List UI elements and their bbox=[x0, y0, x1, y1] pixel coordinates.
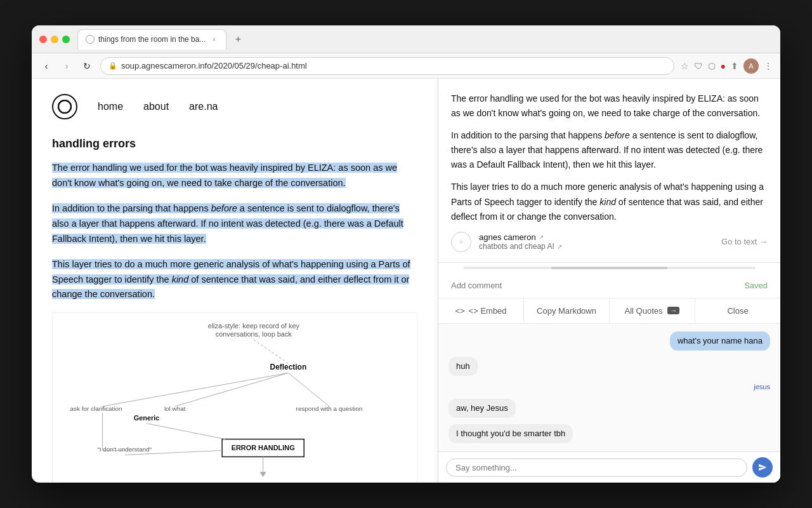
close-button[interactable]: Close bbox=[695, 298, 780, 323]
star-icon[interactable]: ☆ bbox=[681, 61, 689, 71]
scroll-indicator bbox=[464, 267, 755, 269]
arrow-icon: → bbox=[667, 307, 679, 314]
action-bar: <> <> Embed Copy Markdown All Quotes → C… bbox=[438, 298, 780, 324]
send-icon bbox=[758, 463, 767, 472]
browser-actions: ☆ 🛡 ⬡ ● ⬆ A ⋮ bbox=[681, 58, 773, 74]
author-row: ○ agnes cameron ↗ chatbots and cheap AI … bbox=[451, 232, 768, 252]
copy-markdown-button[interactable]: Copy Markdown bbox=[524, 298, 610, 323]
site-logo[interactable] bbox=[52, 94, 77, 119]
chat-message-3: jesus bbox=[449, 382, 770, 392]
svg-line-2 bbox=[254, 340, 289, 364]
chat-bubble-2: huh bbox=[449, 357, 478, 376]
goto-text-button[interactable]: Go to text → bbox=[721, 237, 768, 246]
close-window-button[interactable] bbox=[39, 36, 47, 43]
main-content: home about are.na handling errors The er… bbox=[32, 79, 780, 483]
scroll-thumb bbox=[551, 267, 668, 269]
nav-about[interactable]: about bbox=[143, 101, 169, 112]
minimize-window-button[interactable] bbox=[51, 36, 58, 43]
tab-close-button[interactable]: × bbox=[209, 35, 218, 44]
chat-input[interactable] bbox=[446, 458, 747, 477]
article-paragraph-1: The error handling we used for the bot w… bbox=[52, 161, 417, 191]
external-link-icon-2[interactable]: ↗ bbox=[557, 243, 562, 250]
new-tab-button[interactable]: + bbox=[229, 30, 247, 48]
error-handling-label: ERROR HANDLING bbox=[232, 444, 295, 452]
chat-message-1: what's your name hana bbox=[449, 331, 770, 351]
nav-home[interactable]: home bbox=[98, 101, 123, 112]
chat-send-button[interactable] bbox=[752, 457, 773, 478]
highlighted-text-2: In addition to the parsing that happens … bbox=[52, 203, 403, 244]
quote-paragraph-3: This layer tries to do a much more gener… bbox=[451, 180, 768, 224]
chat-area[interactable]: what's your name hana huh jesus aw, hey … bbox=[438, 324, 780, 451]
diagram-note: eliza-style: keep record of key bbox=[208, 322, 300, 330]
external-link-icon[interactable]: ↗ bbox=[539, 234, 544, 241]
svg-point-0 bbox=[58, 100, 71, 113]
chat-bubble-5: I thought you'd be smarter tbh bbox=[449, 424, 573, 443]
highlighted-text-3: This layer tries to do a much more gener… bbox=[52, 259, 410, 300]
generic-label: Generic bbox=[134, 414, 160, 422]
all-quotes-button[interactable]: All Quotes → bbox=[610, 298, 695, 323]
tab-favicon bbox=[86, 35, 95, 44]
address-bar: ‹ › ↻ 🔒 soup.agnescameron.info/2020/05/2… bbox=[32, 53, 780, 79]
titlebar: things from the room in the ba... × + bbox=[32, 25, 780, 53]
svg-line-3 bbox=[103, 373, 289, 407]
lock-icon: 🔒 bbox=[108, 62, 117, 70]
user-avatar[interactable]: A bbox=[743, 58, 759, 74]
chat-message-5: I thought you'd be smarter tbh bbox=[449, 424, 770, 443]
svg-text:conversations, loop back: conversations, loop back bbox=[216, 330, 292, 338]
svg-line-5 bbox=[288, 373, 329, 407]
vpn-icon[interactable]: ● bbox=[721, 61, 726, 71]
chat-bubble-4: aw, hey Jesus bbox=[449, 399, 516, 418]
article-area: home about are.na handling errors The er… bbox=[32, 79, 438, 483]
author-name: agnes cameron ↗ bbox=[479, 232, 714, 242]
tab-title: things from the room in the ba... bbox=[98, 35, 206, 44]
maximize-window-button[interactable] bbox=[62, 36, 70, 43]
section-heading: handling errors bbox=[52, 137, 417, 150]
saved-status: Saved bbox=[744, 281, 768, 290]
chat-bubble-1: what's your name hana bbox=[670, 331, 770, 351]
svg-line-6 bbox=[147, 424, 225, 439]
comment-area: Saved bbox=[438, 273, 780, 298]
chat-message-4: aw, hey Jesus bbox=[449, 399, 770, 418]
menu-icon[interactable]: ⋮ bbox=[764, 61, 773, 71]
svg-marker-9 bbox=[260, 472, 266, 478]
site-navigation: home about are.na bbox=[52, 94, 417, 119]
author-avatar: ○ bbox=[451, 232, 471, 252]
scroll-indicator-container bbox=[438, 263, 780, 273]
share-icon[interactable]: ⬆ bbox=[731, 61, 738, 71]
chat-message-2: huh bbox=[449, 357, 770, 376]
article-paragraph-2: In addition to the parsing that happens … bbox=[52, 201, 417, 247]
shield-icon[interactable]: 🛡 bbox=[694, 61, 703, 71]
comment-input[interactable] bbox=[451, 281, 744, 290]
nav-arena[interactable]: are.na bbox=[189, 101, 218, 112]
i-dont-understand-label: "I don't understand" bbox=[97, 446, 152, 453]
url-bar[interactable]: 🔒 soup.agnescameron.info/2020/05/29/chea… bbox=[100, 57, 674, 75]
right-panel: The error handling we used for the bot w… bbox=[438, 79, 780, 483]
url-text: soup.agnescameron.info/2020/05/29/cheap-… bbox=[121, 61, 307, 70]
highlighted-text-1: The error handling we used for the bot w… bbox=[52, 163, 397, 188]
forward-button[interactable]: › bbox=[60, 59, 74, 73]
tab-bar: things from the room in the ba... × + bbox=[77, 29, 773, 50]
article-paragraph-3: This layer tries to do a much more gener… bbox=[52, 257, 417, 303]
quote-paragraph-2: In addition to the parsing that happens … bbox=[451, 128, 768, 172]
back-button[interactable]: ‹ bbox=[39, 59, 53, 73]
chat-username-jesus: jesus bbox=[449, 382, 770, 392]
author-info: agnes cameron ↗ chatbots and cheap AI ↗ bbox=[479, 232, 714, 251]
active-tab[interactable]: things from the room in the ba... × bbox=[77, 29, 226, 50]
chat-input-area bbox=[438, 451, 780, 483]
embed-button[interactable]: <> <> Embed bbox=[438, 298, 524, 323]
svg-line-4 bbox=[175, 373, 289, 407]
traffic-lights bbox=[39, 36, 70, 43]
reload-button[interactable]: ↻ bbox=[80, 59, 94, 73]
ask-clarification-label: ask for clarification bbox=[70, 405, 122, 412]
diagram-area: eliza-style: keep record of key conversa… bbox=[52, 312, 417, 483]
quote-paragraph-1: The error handling we used for the bot w… bbox=[451, 91, 768, 121]
extension-icon[interactable]: ⬡ bbox=[708, 61, 716, 71]
deflection-label: Deflection bbox=[270, 363, 307, 372]
quote-section: The error handling we used for the bot w… bbox=[438, 79, 780, 263]
author-subtitle: chatbots and cheap AI ↗ bbox=[479, 242, 714, 251]
code-icon: <> bbox=[455, 306, 464, 316]
